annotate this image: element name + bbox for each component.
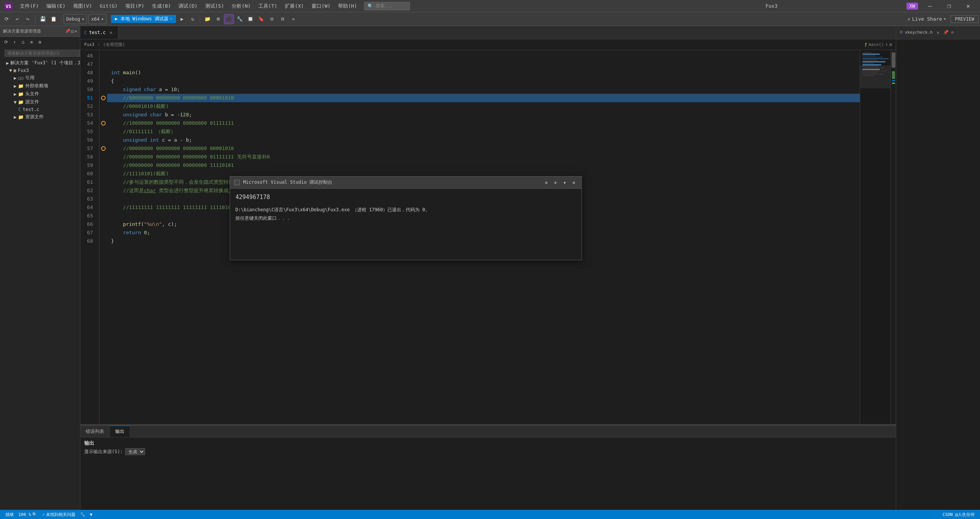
menu-window[interactable]: 窗口(W)	[308, 1, 334, 11]
editor-tab-bar: C test.c ×	[80, 26, 896, 39]
sidebar-up-button[interactable]: ↑	[11, 38, 18, 46]
status-no-issues[interactable]: ✓ 未找到相关问题	[40, 512, 78, 517]
menu-project[interactable]: 项目(P)	[121, 1, 148, 11]
path-bar-expand[interactable]: ⊞	[889, 42, 892, 47]
sidebar-item-external-deps[interactable]: ▶ 📁 外部依赖项	[0, 82, 80, 90]
status-zoom[interactable]: 100 % 🔍	[16, 512, 40, 517]
preview-button[interactable]: PREVIEW	[951, 15, 978, 23]
toolbar-btn-6[interactable]: ⊡	[267, 14, 277, 24]
console-icon: ⬛	[234, 180, 240, 186]
sidebar-item-refs[interactable]: ▶ ○○ 引用	[0, 74, 80, 82]
sidebar-item-test-c[interactable]: C test.c	[0, 106, 80, 113]
toolbar-btn-2[interactable]: ⊞	[213, 14, 223, 24]
ln-47: 47	[80, 60, 96, 69]
code-line-55: //01111111 （截断）	[107, 127, 860, 136]
restore-button[interactable]: ❐	[940, 0, 958, 12]
undo-button[interactable]: ↩	[12, 14, 22, 24]
zoom-icon: 🔍	[32, 512, 38, 517]
separator-3	[200, 15, 200, 23]
toolbar-btn-3[interactable]: ⬛	[224, 14, 234, 24]
tab-settings-icon[interactable]: ⚙	[951, 30, 954, 35]
menu-help[interactable]: 帮助(H)	[334, 1, 361, 11]
menu-tools[interactable]: 工具(T)	[255, 1, 281, 11]
editor-scrollbar[interactable]	[890, 50, 896, 424]
menu-analyze[interactable]: 分析(N)	[228, 1, 254, 11]
live-share-button[interactable]: ⚡ Live Share ▾	[904, 15, 949, 23]
editor-area: C test.c × Fux3 › (全局范围) ƒ main() ⬇ ⊞ 46…	[80, 26, 896, 510]
test-file-icon: C	[18, 107, 21, 112]
menu-bar: 文件(F) 编辑(E) 视图(V) Git(G) 项目(P) 生成(B) 调试(…	[16, 1, 361, 11]
menu-git[interactable]: Git(G)	[96, 2, 121, 10]
toolbar-right: ⚡ Live Share ▾ PREVIEW	[904, 15, 978, 23]
console-close-tab-button[interactable]: ×	[542, 179, 550, 186]
status-ready[interactable]: 就绪	[3, 512, 16, 517]
menu-test[interactable]: 测试(S)	[201, 1, 228, 11]
tab-xkeycheck[interactable]: H xkeycheck.h × 📌 ⚙	[896, 26, 958, 39]
platform-dropdown[interactable]: x64 ▾	[88, 14, 106, 24]
toolbar-btn-more[interactable]: »	[288, 14, 298, 24]
scroll-mark-green3	[892, 75, 895, 77]
menu-extensions[interactable]: 扩展(X)	[281, 1, 307, 11]
refs-expand-icon: ▶	[14, 75, 16, 81]
open-folder-button[interactable]: 📁	[203, 14, 212, 24]
toolbar-btn-7[interactable]: ⊟	[278, 14, 287, 24]
save-all-button[interactable]: 📋	[49, 14, 59, 24]
sidebar-item-resources[interactable]: ▶ 📁 资源文件	[0, 113, 80, 121]
back-nav-button[interactable]: ⟳	[2, 14, 11, 24]
window-controls: XW — ❐ ✕	[906, 0, 977, 12]
code-line-54: //10000000 00000000 00000000 01111111	[107, 119, 860, 127]
xkeycheck-tab-close[interactable]: ×	[935, 29, 941, 36]
minimize-button[interactable]: —	[921, 0, 939, 12]
sidebar-pin-button[interactable]: 📌	[65, 29, 70, 34]
editor-gutter	[100, 50, 107, 424]
sources-icon: 📁	[18, 100, 24, 105]
line-numbers: 46 47 48 49 50 51 52 53 54 55 56 57 58 5…	[80, 50, 100, 424]
path-bar-actions[interactable]: ⬇	[885, 42, 888, 47]
menu-file[interactable]: 文件(F)	[16, 1, 42, 11]
toolbar-btn-1[interactable]: ↻	[188, 14, 198, 24]
panel-tab-bar: 错误列表 输出	[80, 426, 896, 437]
scrollbar-thumb[interactable]	[892, 52, 895, 68]
sidebar-filter-button[interactable]: ≡	[28, 38, 35, 46]
sidebar-close-button[interactable]: ✕	[74, 29, 77, 34]
toolbar-btn-4[interactable]: 🔧	[235, 14, 245, 24]
menu-debug[interactable]: 调试(D)	[175, 1, 201, 11]
console-close-button[interactable]: ×	[570, 179, 578, 186]
close-button[interactable]: ✕	[959, 0, 977, 12]
output-source-dropdown[interactable]: 生成	[125, 448, 145, 455]
debug-config-dropdown[interactable]: Debug ▾	[64, 14, 87, 24]
sidebar-item-headers[interactable]: ▶ 📁 头文件	[0, 90, 80, 98]
tab-pin-icon[interactable]: 📌	[943, 30, 949, 35]
menu-view[interactable]: 视图(V)	[69, 1, 96, 11]
tab-close-button[interactable]: ×	[108, 29, 114, 36]
status-tools[interactable]: 🔧	[78, 512, 88, 517]
code-line-51: //00000000 00000000 00000000 00001010	[107, 94, 860, 102]
run-debugger-button[interactable]: ▶ 本地 Windows 调试器 ▾	[111, 15, 176, 23]
tab-errors[interactable]: 错误列表	[80, 426, 110, 437]
scroll-mark-green5	[892, 83, 895, 84]
sidebar-item-label-fux3: Fux3	[18, 68, 29, 73]
sidebar-settings-button[interactable]: ⚙	[36, 38, 44, 46]
status-arrow[interactable]: ▼	[88, 512, 95, 517]
bookmark-button[interactable]: 🔖	[256, 14, 266, 24]
user-avatar[interactable]: XW	[906, 3, 918, 10]
console-add-button[interactable]: +	[552, 179, 559, 186]
sidebar-sync-button[interactable]: ⟳	[2, 38, 10, 46]
breadcrumb-project: Fux3	[84, 42, 95, 47]
console-dropdown-button[interactable]: ▾	[561, 179, 568, 186]
toolbar-btn-5[interactable]: 🔲	[245, 14, 255, 24]
separator-2	[61, 15, 61, 23]
sidebar-item-sources[interactable]: ▼ 📁 源文件	[0, 98, 80, 106]
menu-edit[interactable]: 编辑(E)	[42, 1, 69, 11]
continue-button[interactable]: ▶	[177, 14, 187, 24]
sidebar-float-button[interactable]: ◱	[71, 29, 74, 34]
sidebar-home-button[interactable]: ⌂	[19, 38, 27, 46]
menu-build[interactable]: 生成(B)	[148, 1, 175, 11]
code-line-57: //00000000 00000000 00000000 00001010	[107, 144, 860, 153]
sidebar-search-input[interactable]	[5, 50, 80, 57]
redo-button[interactable]: ↪	[23, 14, 33, 24]
tab-output[interactable]: 输出	[110, 426, 130, 437]
tab-test-c[interactable]: C test.c ×	[80, 26, 118, 39]
save-button[interactable]: 💾	[38, 14, 48, 24]
sidebar-item-fux3[interactable]: ▼ ▣ Fux3	[0, 67, 80, 74]
